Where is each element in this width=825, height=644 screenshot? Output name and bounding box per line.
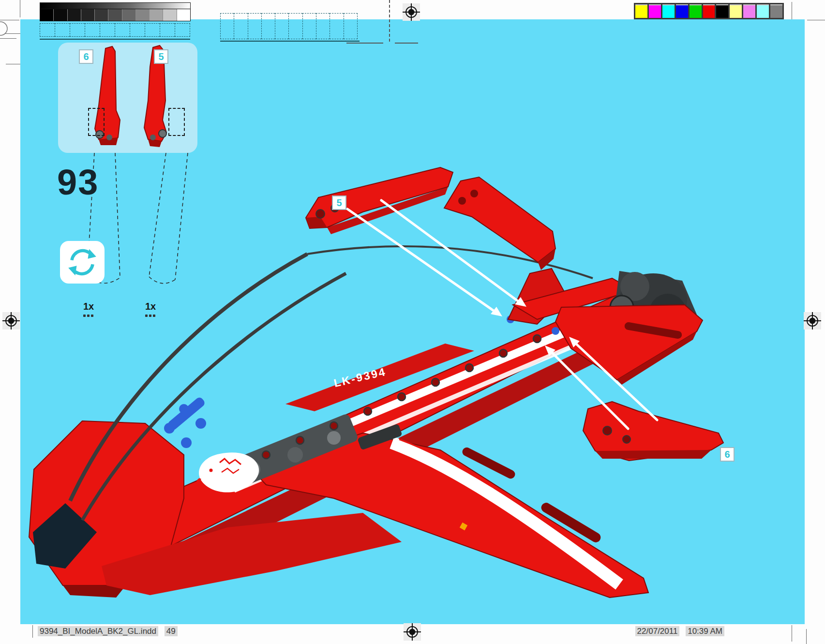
dashed-strip-cell bbox=[40, 23, 55, 37]
footer-time: 10:39 AM bbox=[686, 626, 724, 636]
calibration-swatch bbox=[150, 9, 163, 21]
calibration-swatch bbox=[40, 9, 53, 21]
dashed-strip-cell bbox=[85, 23, 100, 37]
footer-file-name: 9394_BI_ModelA_BK2_GL.indd bbox=[38, 626, 158, 636]
dashed-strip-cell bbox=[220, 13, 234, 39]
registration-bullseye-icon bbox=[404, 623, 421, 641]
dashed-strip-cell bbox=[288, 13, 302, 39]
footer-page-number: 49 bbox=[165, 626, 178, 636]
calibration-swatch bbox=[122, 9, 135, 21]
detached-part-6 bbox=[583, 402, 723, 461]
dashed-strip-cell bbox=[175, 23, 190, 37]
registration-bullseye-icon bbox=[804, 312, 821, 329]
part-badge-diagram-6: 6 bbox=[720, 447, 735, 462]
dashed-strip-cell bbox=[316, 13, 330, 39]
registration-bullseye-icon bbox=[2, 312, 20, 329]
calibration-swatch bbox=[690, 4, 702, 18]
crop-mark bbox=[807, 20, 825, 20]
footer-date: 22/07/2011 bbox=[635, 626, 680, 636]
print-proof-sheet: 6 5 93 1x 1x bbox=[0, 0, 825, 644]
panel-dash-bracket-right bbox=[168, 108, 185, 136]
registration-mark-top bbox=[403, 3, 420, 21]
calibration-swatch bbox=[757, 4, 769, 18]
panel-dash-bracket-left bbox=[88, 108, 105, 136]
footer-datetime: 22/07/2011 10:39 AM bbox=[595, 627, 724, 636]
dashed-strip-cell bbox=[344, 13, 358, 39]
fold-mark-dashed bbox=[389, 0, 390, 42]
crop-mark bbox=[6, 64, 20, 64]
tail-assembly bbox=[444, 177, 703, 385]
upper-stabilizer bbox=[444, 177, 555, 270]
calibration-swatch bbox=[136, 9, 149, 21]
crop-mark bbox=[20, 0, 20, 17]
grayscale-calibration-bar bbox=[40, 2, 191, 21]
calibration-swatch bbox=[177, 9, 190, 21]
registration-mark-left bbox=[2, 312, 20, 329]
calibration-swatch bbox=[108, 9, 121, 21]
crop-mark bbox=[806, 629, 807, 644]
calibration-swatch bbox=[676, 4, 688, 18]
dashed-strip-cell bbox=[330, 13, 343, 39]
calibration-swatch bbox=[716, 4, 728, 18]
fold-mark bbox=[346, 43, 383, 44]
dashed-strip-cell bbox=[302, 13, 316, 39]
control-strip-baseline-center bbox=[220, 41, 360, 42]
dashed-strip-cell bbox=[115, 23, 130, 37]
calibration-swatch bbox=[662, 4, 675, 18]
calibration-swatch bbox=[54, 9, 67, 21]
crop-mark bbox=[792, 2, 792, 19]
dashed-strip-cell bbox=[248, 13, 261, 39]
dashed-strip-cell bbox=[55, 23, 70, 37]
dashed-strip-cell bbox=[261, 13, 275, 39]
detached-part-5 bbox=[306, 167, 453, 234]
jet-assembly-illustration: LK-9394 bbox=[24, 160, 735, 600]
part-badge-panel-5: 5 bbox=[154, 49, 168, 64]
crop-mark bbox=[792, 625, 792, 642]
color-calibration-bar bbox=[634, 3, 784, 19]
registration-mark-bottom bbox=[404, 623, 421, 641]
crop-mark bbox=[32, 625, 33, 638]
dashed-control-strip-center bbox=[220, 13, 358, 39]
calibration-swatch bbox=[743, 4, 755, 18]
footer-file-info: 9394_BI_ModelA_BK2_GL.indd 49 bbox=[38, 627, 178, 636]
calibration-swatch bbox=[163, 9, 176, 21]
calibration-swatch bbox=[730, 4, 742, 18]
registration-mark-edge-clipped bbox=[0, 20, 9, 37]
control-strip-baseline-left bbox=[40, 39, 190, 40]
dashed-strip-cell bbox=[234, 13, 247, 39]
registration-bullseye-icon bbox=[403, 3, 420, 21]
grayscale-gradient-strip bbox=[40, 2, 191, 9]
calibration-swatch bbox=[81, 9, 94, 21]
registration-mark-right bbox=[804, 312, 821, 329]
calibration-swatch bbox=[703, 4, 715, 18]
dashed-strip-cell bbox=[145, 23, 160, 37]
part-badge-panel-6: 6 bbox=[79, 49, 93, 64]
fold-mark bbox=[395, 43, 418, 44]
calibration-swatch bbox=[770, 4, 782, 18]
part-badge-diagram-5: 5 bbox=[332, 195, 346, 210]
dashed-strip-cell bbox=[160, 23, 175, 37]
calibration-swatch bbox=[68, 9, 81, 21]
calibration-swatch bbox=[95, 9, 108, 21]
dashed-strip-cell bbox=[70, 23, 85, 37]
dashed-strip-cell bbox=[100, 23, 115, 37]
calibration-swatch bbox=[635, 4, 647, 18]
crop-mark bbox=[0, 38, 16, 39]
dashed-control-strip-left bbox=[40, 23, 190, 37]
dashed-strip-cell bbox=[275, 13, 288, 39]
calibration-swatch bbox=[649, 4, 661, 18]
grayscale-bar-steps bbox=[40, 9, 191, 21]
dashed-strip-cell bbox=[130, 23, 145, 37]
